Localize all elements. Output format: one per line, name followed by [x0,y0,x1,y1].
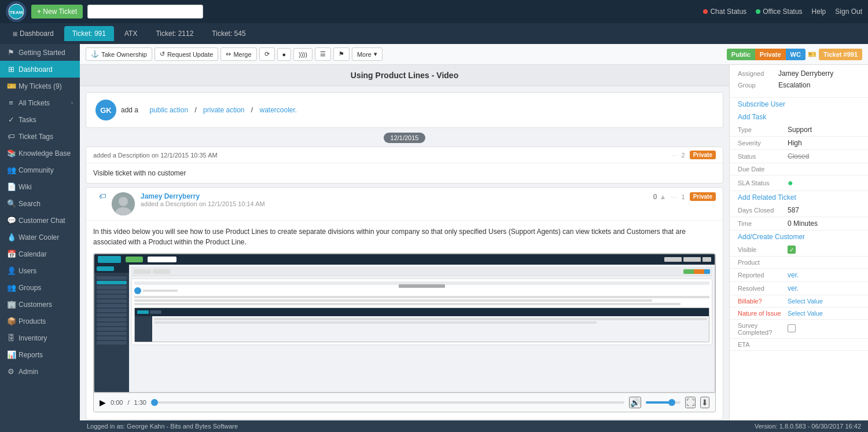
sidebar-item-inventory[interactable]: 🗄 Inventory [0,330,80,346]
mini-si13 [97,332,127,335]
reported-ver-link[interactable]: ver. [788,271,799,279]
logo: TEAM [6,1,27,22]
tab-dashboard[interactable]: ⊞ Dashboard [5,26,62,41]
flag-button[interactable]: ⚑ [333,47,350,61]
comment-author[interactable]: Jamey Derryberry [141,192,647,200]
more-button[interactable]: More ▾ [352,47,382,61]
tab-ticket991[interactable]: Ticket: 991 [64,26,114,41]
search-icon: 🔍 [7,199,15,208]
private-button[interactable]: Private [755,49,786,60]
dashboard-sidebar-icon: ⊞ [7,65,15,74]
ticket-title: Using Product Lines - Video [351,71,458,80]
watercooler-link[interactable]: watercooler. [260,106,297,114]
office-status[interactable]: Office Status [756,8,802,16]
fullscreen-button[interactable]: ⛶ [685,397,696,408]
sidebar-item-reports[interactable]: 📊 Reports [0,346,80,363]
sidebar-item-admin[interactable]: ⚙ Admin [0,363,80,380]
resolved-ver-link[interactable]: ver. [788,284,799,292]
more-dots-2: ··· [671,193,677,201]
add-create-customer-link[interactable]: Add/Create Customer [730,230,868,243]
rp-reported-ver-row: Reported ver. [730,269,868,282]
play-button[interactable]: ▶ [100,398,106,407]
rp-assigned-section: Assigned Jamey Derryberry Group Escalati… [730,65,868,98]
mini-vid-body [135,316,709,342]
sidebar-item-customers[interactable]: 🏢 Customers [0,296,80,313]
merge-button[interactable]: ⇔ Merge [220,47,256,61]
rp-visible-row: Visible ✓ [730,243,868,257]
sidebar-item-search[interactable]: 🔍 Search [0,195,80,212]
chat-status[interactable]: Chat Status [703,8,746,16]
sidebar-label-wiki: Wiki [19,183,32,191]
request-update-label: Request Update [167,51,214,58]
video-progress-bar[interactable] [151,401,624,404]
tab-ticket2112[interactable]: Ticket: 2112 [148,26,201,41]
sidebar-item-users[interactable]: 👤 Users [0,262,80,279]
mini-user-dot [134,287,141,294]
sidebar-item-water-cooler[interactable]: 💧 Water Cooler [0,229,80,246]
rp-nature-row: Nature of Issue Select Value [730,307,868,320]
logged-as-label: Logged in as: George Kahn - Bits and Byt… [87,423,238,430]
public-button[interactable]: Public [727,49,755,60]
refresh-button[interactable]: ⟳ [259,47,275,61]
signout-link[interactable]: Sign Out [835,8,862,16]
subscribe-user-link[interactable]: Subscribe User [730,98,868,111]
rp-group-row: Group Escalation [738,81,860,89]
sidebar-item-customer-chat[interactable]: 💬 Customer Chat [0,212,80,229]
rp-reported-label: Reported [738,272,784,279]
rp-visible-checkbox[interactable]: ✓ [788,246,860,254]
mini-vt2 [150,310,161,314]
sidebar-item-my-tickets[interactable]: 🎫 My Tickets (9) [0,78,80,94]
toolbar: ⚓ Take Ownership ↺ Request Update ⇔ Merg… [80,44,868,65]
sidebar-item-all-tickets[interactable]: ≡ All Tickets › [0,94,80,111]
mini-status2 [683,257,701,262]
action-body-1: Visible ticket with no customer [86,163,723,183]
add-task-link[interactable]: Add Task [730,111,868,123]
action-sep1: / [193,106,198,114]
sidebar-item-products[interactable]: 📦 Products [0,313,80,330]
sidebar-label-dashboard: Dashboard [19,65,53,74]
entry2-badge: Private [690,192,716,201]
tab-ticket545[interactable]: Ticket: 545 [204,26,253,41]
circle-button[interactable]: ● [277,48,292,61]
sidebar-label-inventory: Inventory [19,334,47,342]
visible-checkmark: ✓ [788,246,796,254]
sidebar-item-dashboard[interactable]: ⊞ Dashboard [0,61,80,78]
download-button[interactable]: ⬇ [700,397,709,408]
mini-sidebar [94,265,129,392]
mini-active-tab [97,266,114,271]
sidebar-item-ticket-tags[interactable]: 🏷 Ticket Tags [0,128,80,145]
rp-group-label: Group [738,81,778,89]
search-input[interactable] [87,5,203,19]
sidebar-item-knowledge-base[interactable]: 📚 Knowledge Base [0,145,80,162]
sidebar-item-groups[interactable]: 👥 Groups [0,279,80,296]
sidebar-item-wiki[interactable]: 📄 Wiki [0,178,80,195]
mini-new-ticket [126,257,143,262]
private-action-link[interactable]: private action [203,106,244,114]
sidebar-label-customers: Customers [19,301,52,309]
wc-button[interactable]: WC [786,49,806,60]
tab-atx[interactable]: ATX [116,26,145,41]
sidebar-label-community: Community [19,166,54,174]
request-update-button[interactable]: ↺ Request Update [155,47,219,61]
list-button[interactable]: ☰ [315,47,331,61]
take-ownership-button[interactable]: ⚓ Take Ownership [86,47,152,61]
public-action-link[interactable]: public action [149,106,188,114]
mini-vis-priv [694,269,704,274]
sidebar-item-getting-started[interactable]: ⚑ Getting Started [0,44,80,61]
volume-button[interactable]: 🔊 [629,397,641,408]
rp-billable-select[interactable]: Select Value [788,298,823,305]
rss-button[interactable]: )))) [293,48,312,61]
rp-nature-select[interactable]: Select Value [788,310,823,317]
new-ticket-button[interactable]: + New Ticket [31,5,83,19]
topbar-right: Chat Status Office Status Help Sign Out [703,8,862,16]
sidebar-item-calendar[interactable]: 📅 Calendar [0,246,80,262]
volume-slider[interactable] [646,401,681,404]
merge-icon: ⇔ [226,50,231,58]
upvote-button[interactable]: ▲ [660,193,667,201]
sidebar-item-tasks[interactable]: ✓ Tasks [0,111,80,128]
sidebar-item-community[interactable]: 👥 Community [0,162,80,178]
survey-checkbox[interactable] [788,324,796,334]
svg-point-3 [119,197,128,206]
add-related-ticket-link[interactable]: Add Related Ticket [730,191,868,204]
help-link[interactable]: Help [812,8,826,16]
